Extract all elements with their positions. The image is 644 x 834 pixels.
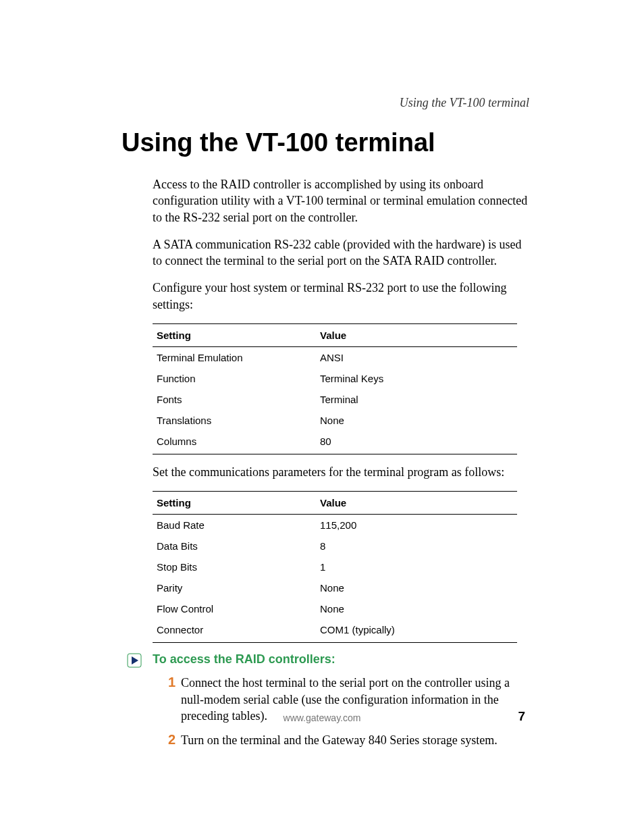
table-header: Setting xyxy=(153,324,316,347)
table-row: Stop Bits 1 xyxy=(153,556,517,577)
procedure-title: To access the RAID controllers: xyxy=(153,652,336,667)
table-row: Parity None xyxy=(153,577,517,598)
table-cell: 8 xyxy=(316,536,517,556)
table-cell: Baud Rate xyxy=(153,515,316,536)
table-row: Fonts Terminal xyxy=(153,389,517,410)
table-row: Flow Control None xyxy=(153,598,517,619)
paragraph: A SATA communication RS-232 cable (provi… xyxy=(153,236,531,269)
table-cell: None xyxy=(316,598,517,619)
page-number: 7 xyxy=(518,709,525,724)
play-arrow-icon xyxy=(127,653,146,668)
table-cell: Fonts xyxy=(153,389,316,410)
paragraph: Set the communications parameters for th… xyxy=(153,464,531,480)
table-header: Value xyxy=(316,324,517,347)
table-cell: None xyxy=(316,410,517,431)
table-row: Translations None xyxy=(153,410,517,431)
table-cell: 1 xyxy=(316,556,517,577)
table-header: Value xyxy=(316,492,517,515)
table-cell: ANSI xyxy=(316,347,517,369)
table-cell: Terminal Keys xyxy=(316,368,517,389)
table-cell: 115,200 xyxy=(316,515,517,536)
table-cell: Terminal Emulation xyxy=(153,347,316,369)
settings-table-1: Setting Value Terminal Emulation ANSI Fu… xyxy=(153,323,517,454)
table-cell: Translations xyxy=(153,410,316,431)
procedure-heading-row: To access the RAID controllers: xyxy=(123,652,531,668)
table-row: Function Terminal Keys xyxy=(153,368,517,389)
table-row: Baud Rate 115,200 xyxy=(153,515,517,536)
table-cell: COM1 (typically) xyxy=(316,619,517,643)
table-header: Setting xyxy=(153,492,316,515)
body-column: Access to the RAID controller is accompl… xyxy=(153,176,531,749)
table-cell: 80 xyxy=(316,431,517,454)
paragraph: Configure your host system or terminal R… xyxy=(153,280,531,313)
table-cell: Columns xyxy=(153,431,316,454)
document-page: Using the VT-100 terminal Using the VT-1… xyxy=(0,0,644,834)
table-cell: Connector xyxy=(153,619,316,643)
footer-url: www.gateway.com xyxy=(284,712,361,723)
table-cell: None xyxy=(316,577,517,598)
table-cell: Data Bits xyxy=(153,536,316,556)
running-head: Using the VT-100 terminal xyxy=(400,96,529,110)
page-title: Using the VT-100 terminal xyxy=(122,128,529,157)
step-text: Turn on the terminal and the Gateway 840… xyxy=(181,732,531,748)
table-row: Columns 80 xyxy=(153,431,517,454)
step-number: 2 xyxy=(161,732,176,747)
table-cell: Stop Bits xyxy=(153,556,316,577)
settings-table-2: Setting Value Baud Rate 115,200 Data Bit… xyxy=(153,491,517,643)
table-row: Connector COM1 (typically) xyxy=(153,619,517,643)
table-cell: Function xyxy=(153,368,316,389)
paragraph: Access to the RAID controller is accompl… xyxy=(153,176,531,226)
table-cell: Flow Control xyxy=(153,598,316,619)
footer: www.gateway.com xyxy=(0,712,644,724)
procedure-step: 2 Turn on the terminal and the Gateway 8… xyxy=(161,732,531,748)
table-row: Terminal Emulation ANSI xyxy=(153,347,517,369)
table-cell: Terminal xyxy=(316,389,517,410)
table-cell: Parity xyxy=(153,577,316,598)
table-row: Data Bits 8 xyxy=(153,536,517,556)
step-number: 1 xyxy=(161,675,176,689)
